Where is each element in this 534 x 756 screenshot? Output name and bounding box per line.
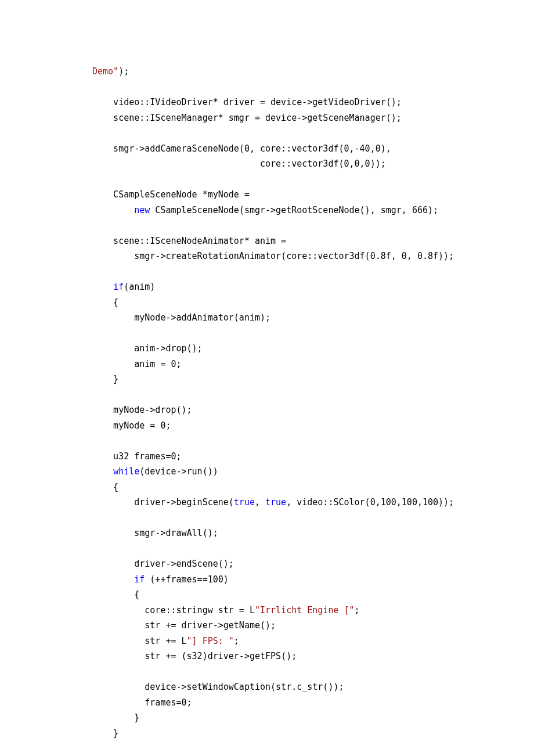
keyword: while	[113, 466, 139, 477]
code-line	[92, 172, 488, 188]
code-document: Demo"); video::IVideoDriver* driver = de…	[0, 0, 534, 741]
code-text: anim->drop();	[92, 343, 203, 354]
code-text: video::IVideoDriver* driver = device->ge…	[92, 97, 402, 107]
code-text: myNode->drop();	[92, 405, 192, 415]
code-line: driver->endScene();	[92, 556, 488, 572]
code-line: device->setWindowCaption(str.c_str());	[92, 679, 488, 695]
code-line: driver->beginScene(true, true, video::SC…	[92, 495, 488, 510]
code-text: anim = 0;	[92, 359, 182, 369]
code-text: );	[118, 66, 129, 77]
string-literal: "] FPS: "	[187, 636, 234, 646]
code-line	[92, 218, 488, 233]
code-text: {	[92, 482, 118, 492]
string-literal: Demo"	[92, 66, 118, 77]
code-text: myNode->addAnimator(anim);	[92, 312, 270, 323]
code-line: smgr->drawAll();	[92, 525, 488, 541]
code-text: scene::ISceneManager* smgr = device->get…	[92, 113, 402, 123]
code-text: str += (s32)driver->getFPS();	[92, 651, 297, 661]
code-text: str += L	[92, 636, 187, 646]
code-text: , video::SColor(0,100,100,100));	[286, 497, 454, 507]
code-text: scene::ISceneNodeAnimator* anim =	[92, 236, 286, 246]
code-line: str += (s32)driver->getFPS();	[92, 649, 488, 664]
keyword: true	[265, 497, 286, 507]
code-text	[92, 282, 113, 292]
code-text: str += driver->getName();	[92, 620, 276, 631]
code-line: frames=0;	[92, 695, 488, 711]
code-text: smgr->createRotationAnimator(core::vecto…	[92, 251, 454, 261]
code-text: core::stringw str = L	[92, 605, 255, 615]
code-line	[92, 326, 488, 341]
code-text: }	[92, 374, 118, 384]
code-line: }	[92, 710, 488, 726]
code-text: (++frames==100)	[145, 574, 229, 585]
code-line: scene::ISceneManager* smgr = device->get…	[92, 110, 488, 126]
code-text: CSampleSceneNode *myNode =	[92, 189, 250, 200]
code-text: {	[92, 589, 139, 600]
code-line	[92, 541, 488, 557]
code-text	[92, 205, 134, 215]
code-line: smgr->createRotationAnimator(core::vecto…	[92, 249, 488, 264]
code-line	[92, 664, 488, 680]
code-line	[92, 264, 488, 280]
code-text: }	[92, 728, 118, 739]
code-line	[92, 510, 488, 526]
code-line	[92, 125, 488, 141]
code-line: scene::ISceneNodeAnimator* anim =	[92, 233, 488, 249]
keyword: true	[234, 497, 255, 507]
code-text: CSampleSceneNode(smgr->getRootSceneNode(…	[150, 205, 438, 215]
code-line: if(anim)	[92, 279, 488, 295]
code-text: ;	[355, 605, 360, 615]
keyword: new	[134, 205, 150, 215]
code-line: }	[92, 372, 488, 387]
code-text: driver->beginScene(	[92, 497, 234, 507]
code-line: anim = 0;	[92, 357, 488, 372]
code-text: ,	[255, 497, 265, 507]
code-line	[92, 433, 488, 449]
keyword: if	[113, 282, 124, 292]
string-literal: "Irrlicht Engine ["	[255, 605, 355, 615]
keyword: if	[134, 574, 145, 585]
code-text: {	[92, 297, 118, 308]
code-text	[92, 574, 134, 585]
code-line: }	[92, 726, 488, 741]
code-line: if (++frames==100)	[92, 572, 488, 588]
code-text: device->setWindowCaption(str.c_str());	[92, 682, 344, 692]
code-text	[92, 466, 113, 477]
code-line: myNode->addAnimator(anim);	[92, 310, 488, 326]
code-text: core::vector3df(0,0,0));	[92, 159, 386, 169]
code-line: u32 frames=0;	[92, 449, 488, 465]
code-line	[92, 80, 488, 95]
code-text: frames=0;	[92, 697, 192, 708]
code-line: core::stringw str = L"Irrlicht Engine ["…	[92, 603, 488, 618]
code-line: Demo");	[92, 64, 488, 80]
code-line: new CSampleSceneNode(smgr->getRootSceneN…	[92, 203, 488, 218]
code-text: ;	[234, 636, 239, 646]
code-line: smgr->addCameraSceneNode(0, core::vector…	[92, 141, 488, 157]
code-line: while(device->run())	[92, 464, 488, 480]
code-text: (anim)	[124, 282, 155, 292]
code-text: driver->endScene();	[92, 559, 234, 569]
code-text: u32 frames=0;	[92, 451, 182, 462]
code-line	[92, 387, 488, 403]
code-line: str += driver->getName();	[92, 618, 488, 633]
code-block: Demo"); video::IVideoDriver* driver = de…	[92, 64, 488, 741]
code-text: smgr->drawAll();	[92, 528, 218, 538]
code-text: myNode = 0;	[92, 420, 171, 431]
code-text: }	[92, 712, 139, 723]
code-line: {	[92, 587, 488, 603]
code-line: myNode = 0;	[92, 418, 488, 434]
code-text: smgr->addCameraSceneNode(0, core::vector…	[92, 143, 391, 154]
code-line: core::vector3df(0,0,0));	[92, 156, 488, 172]
code-text: (device->run())	[139, 466, 218, 477]
code-line: {	[92, 480, 488, 495]
code-line: anim->drop();	[92, 341, 488, 357]
code-line: video::IVideoDriver* driver = device->ge…	[92, 95, 488, 110]
code-line: myNode->drop();	[92, 402, 488, 418]
code-line: str += L"] FPS: ";	[92, 633, 488, 649]
code-line: CSampleSceneNode *myNode =	[92, 187, 488, 203]
code-line: {	[92, 295, 488, 311]
